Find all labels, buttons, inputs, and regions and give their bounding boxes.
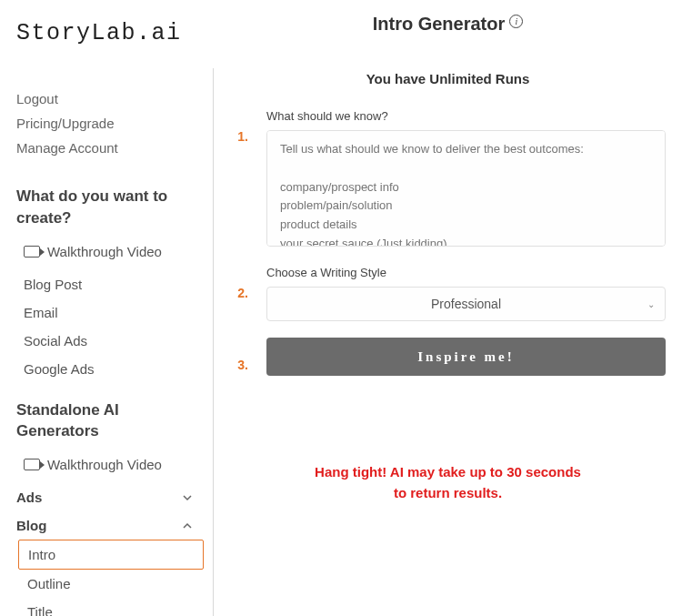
chevron-down-icon [180, 490, 195, 505]
page-title: Intro Generator [373, 14, 506, 35]
walkthrough-video-standalone[interactable]: Walkthrough Video [16, 453, 204, 476]
video-icon [24, 459, 40, 470]
create-section-title: What do you want to create? [16, 186, 204, 229]
chevron-up-icon [180, 519, 195, 533]
pricing-link[interactable]: Pricing/Upgrade [16, 111, 204, 136]
video-icon [24, 246, 40, 258]
menu-google-ads[interactable]: Google Ads [16, 355, 204, 383]
writing-style-select[interactable]: Professional [266, 287, 666, 321]
field-label-know: What should we know? [266, 109, 666, 123]
group-ads[interactable]: Ads [16, 483, 204, 511]
context-textarea[interactable] [266, 130, 666, 247]
field-label-style: Choose a Writing Style [266, 266, 666, 279]
manage-account-link[interactable]: Manage Account [16, 136, 204, 160]
sub-item-outline[interactable]: Outline [18, 570, 204, 598]
group-ads-label: Ads [16, 490, 42, 505]
standalone-section-title: Standalone AI Generators [16, 399, 204, 443]
step-number-1: 1. [232, 109, 248, 144]
group-blog[interactable]: Blog [16, 511, 204, 540]
step-number-2: 2. [232, 266, 248, 300]
menu-email[interactable]: Email [16, 298, 204, 327]
menu-blog-post[interactable]: Blog Post [16, 270, 204, 298]
inspire-me-button[interactable]: Inspire me! [266, 338, 666, 376]
brand-logo: StoryLab.ai [16, 20, 182, 46]
step-number-3: 3. [232, 338, 248, 372]
walkthrough-video-create[interactable]: Walkthrough Video [16, 240, 204, 263]
walkthrough-label: Walkthrough Video [47, 244, 162, 259]
status-message: Hang tight! AI may take up to 30 seconds… [223, 462, 673, 503]
walkthrough-label: Walkthrough Video [47, 457, 162, 472]
sidebar: Logout Pricing/Upgrade Manage Account Wh… [0, 68, 214, 616]
logout-link[interactable]: Logout [16, 86, 204, 111]
info-icon[interactable]: i [509, 15, 523, 28]
sub-item-intro[interactable]: Intro [18, 540, 204, 570]
runs-remaining: You have Unlimited Runs [223, 71, 673, 86]
sub-item-title[interactable]: Title [18, 598, 204, 616]
main-panel: Intro Generator i You have Unlimited Run… [214, 0, 682, 616]
account-links: Logout Pricing/Upgrade Manage Account [16, 86, 204, 160]
group-blog-label: Blog [16, 518, 46, 533]
menu-social-ads[interactable]: Social Ads [16, 327, 204, 355]
